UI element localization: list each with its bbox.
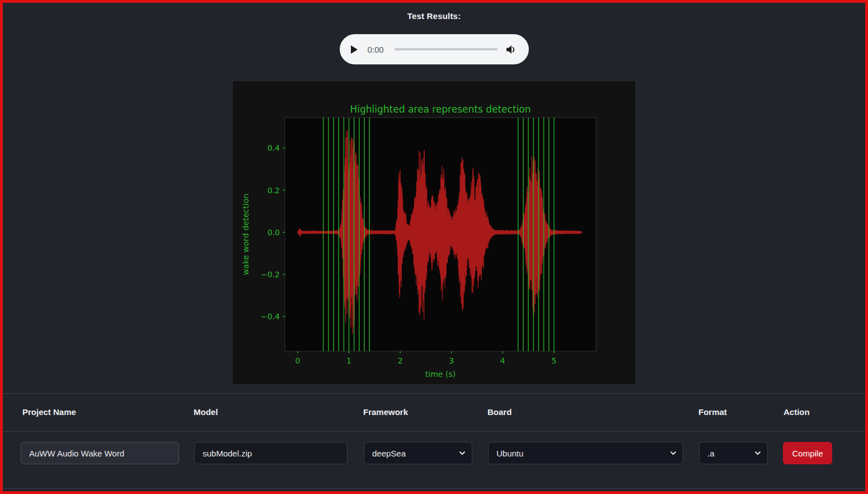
format-select-wrap: .a <box>699 442 768 464</box>
svg-text:wake word detection: wake word detection <box>241 194 250 276</box>
column-header-action: Action <box>783 407 810 417</box>
svg-text:0.0: 0.0 <box>268 228 280 237</box>
board-select-wrap: Ubuntu <box>488 442 683 464</box>
svg-text:time (s): time (s) <box>425 370 456 379</box>
svg-text:0: 0 <box>295 356 300 365</box>
column-header-model: Model <box>194 407 218 417</box>
page-title: Test Results: <box>3 11 865 21</box>
format-select[interactable]: .a <box>699 442 768 464</box>
compile-table: Project Name Model Framework Board Forma… <box>3 393 865 489</box>
column-header-framework: Framework <box>363 407 408 417</box>
table-row: deepSea Ubuntu .a Compile <box>3 432 865 489</box>
svg-text:0.2: 0.2 <box>268 186 280 195</box>
svg-text:3: 3 <box>449 356 454 365</box>
svg-text:−0.4: −0.4 <box>261 312 280 321</box>
play-icon <box>351 45 358 54</box>
svg-text:1: 1 <box>346 356 351 365</box>
page-header: Test Results: <box>3 3 865 34</box>
svg-text:Highlighted area represents de: Highlighted area represents detection <box>350 104 531 115</box>
column-header-board: Board <box>487 407 512 417</box>
volume-button[interactable] <box>505 43 518 55</box>
waveform-chart: 0123450.40.20.0−0.2−0.4Highlighted area … <box>233 81 635 384</box>
board-select[interactable]: Ubuntu <box>488 442 683 464</box>
project-name-input[interactable] <box>21 442 179 464</box>
compile-button[interactable]: Compile <box>783 442 832 464</box>
svg-text:5: 5 <box>551 356 556 365</box>
volume-icon <box>506 45 517 54</box>
svg-text:4: 4 <box>500 356 505 365</box>
audio-current-time: 0:00 <box>368 45 387 54</box>
audio-player-row: 0:00 <box>3 34 865 64</box>
column-header-format: Format <box>698 407 727 417</box>
model-input[interactable] <box>194 442 348 464</box>
column-header-project-name: Project Name <box>22 407 76 417</box>
audio-player[interactable]: 0:00 <box>340 34 529 64</box>
svg-text:0.4: 0.4 <box>268 143 280 152</box>
framework-select-wrap: deepSea <box>364 442 472 464</box>
audio-seek-slider[interactable] <box>395 48 498 50</box>
framework-select[interactable]: deepSea <box>364 442 472 464</box>
play-button[interactable] <box>351 45 360 54</box>
chart-figure: 0123450.40.20.0−0.2−0.4Highlighted area … <box>3 81 865 384</box>
svg-text:2: 2 <box>398 356 403 365</box>
table-header-row: Project Name Model Framework Board Forma… <box>3 393 865 432</box>
svg-text:−0.2: −0.2 <box>261 270 280 279</box>
